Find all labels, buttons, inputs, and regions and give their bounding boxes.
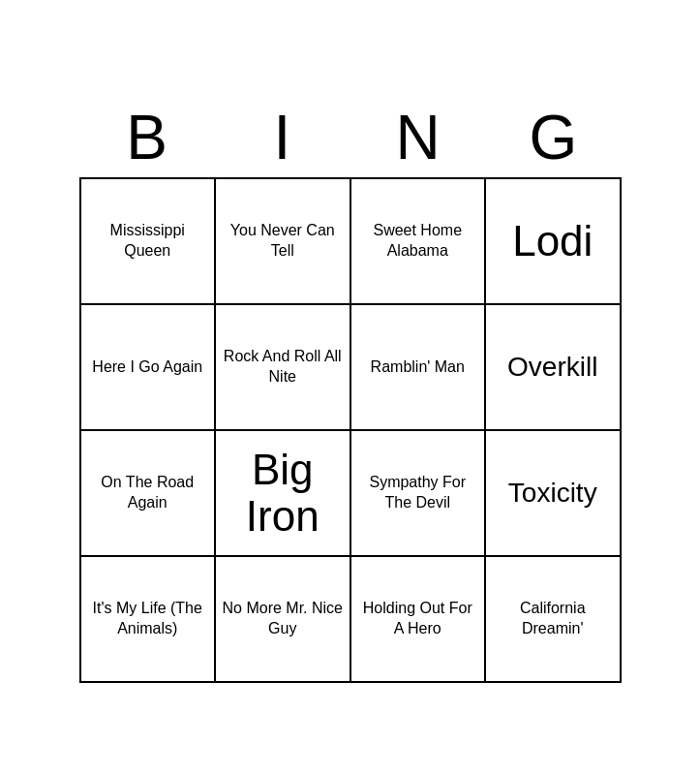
bingo-grid: Mississippi QueenYou Never Can TellSweet… [79,177,622,683]
bingo-header: B I N G [79,92,622,177]
bingo-cell-7[interactable]: Overkill [486,305,622,431]
cell-text-10: Sympathy For The Devil [357,473,479,513]
cell-text-6: Ramblin' Man [371,357,465,378]
bingo-cell-15[interactable]: California Dreamin' [486,557,622,683]
cell-text-12: It's My Life (The Animals) [87,599,209,639]
bingo-cell-13[interactable]: No More Mr. Nice Guy [216,557,351,683]
cell-text-3: Lodi [512,218,593,264]
bingo-card: B I N G Mississippi QueenYou Never Can T… [79,92,622,683]
cell-text-13: No More Mr. Nice Guy [222,599,344,639]
bingo-cell-10[interactable]: Sympathy For The Devil [351,431,487,557]
cell-text-1: You Never Can Tell [222,221,344,262]
bingo-cell-14[interactable]: Holding Out For A Hero [351,557,487,683]
bingo-cell-3[interactable]: Lodi [486,179,622,305]
header-g: G [486,92,622,177]
cell-text-0: Mississippi Queen [87,221,209,262]
cell-text-14: Holding Out For A Hero [357,599,479,639]
cell-text-7: Overkill [507,351,597,384]
cell-text-15: California Dreamin' [492,599,614,639]
cell-text-9: Big Iron [222,447,344,541]
bingo-cell-11[interactable]: Toxicity [486,431,622,557]
bingo-cell-9[interactable]: Big Iron [216,431,351,557]
header-i: I [215,92,350,177]
bingo-cell-6[interactable]: Ramblin' Man [351,305,487,431]
bingo-cell-1[interactable]: You Never Can Tell [216,179,351,305]
header-n: N [350,92,486,177]
bingo-cell-8[interactable]: On The Road Again [81,431,217,557]
cell-text-4: Here I Go Again [92,357,202,378]
bingo-cell-4[interactable]: Here I Go Again [81,305,217,431]
header-b: B [79,92,215,177]
bingo-cell-12[interactable]: It's My Life (The Animals) [81,557,217,683]
bingo-cell-5[interactable]: Rock And Roll All Nite [216,305,351,431]
bingo-cell-0[interactable]: Mississippi Queen [81,179,217,305]
cell-text-11: Toxicity [508,477,597,510]
cell-text-8: On The Road Again [87,473,209,513]
bingo-cell-2[interactable]: Sweet Home Alabama [351,179,487,305]
cell-text-5: Rock And Roll All Nite [222,347,344,388]
cell-text-2: Sweet Home Alabama [357,221,479,262]
